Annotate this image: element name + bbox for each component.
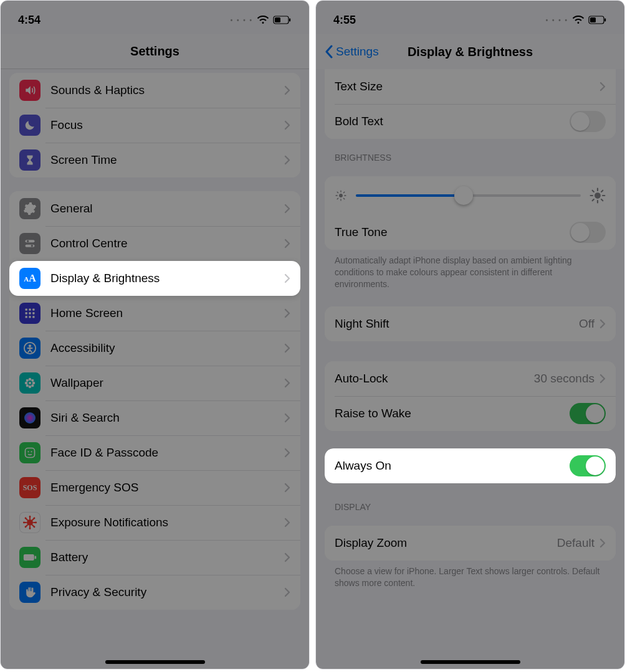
chevron-right-icon	[284, 378, 290, 388]
group-text: Text Size Bold Text	[325, 69, 616, 139]
chevron-right-icon	[284, 518, 290, 528]
battery-icon	[273, 16, 292, 24]
status-time: 4:54	[18, 14, 41, 27]
row-auto-lock[interactable]: Auto-Lock 30 seconds	[325, 361, 616, 396]
svg-line-59	[343, 198, 345, 199]
row-display-zoom[interactable]: Display Zoom Default	[325, 526, 616, 561]
svg-rect-2	[289, 19, 290, 22]
chevron-right-icon	[284, 483, 290, 493]
row-privacy-security[interactable]: Privacy & Security	[9, 575, 300, 610]
svg-point-21	[25, 382, 28, 385]
row-label: Control Centre	[50, 237, 284, 250]
svg-point-20	[29, 386, 32, 389]
row-accessibility[interactable]: Accessibility	[9, 331, 300, 366]
svg-line-58	[337, 192, 338, 193]
svg-point-6	[31, 245, 33, 247]
home-screen-icon	[19, 303, 41, 324]
home-indicator[interactable]	[421, 660, 520, 664]
display-settings-list[interactable]: Text Size Bold Text BRIGHTNESS	[316, 69, 624, 613]
svg-point-22	[32, 382, 36, 385]
sun-small-icon	[335, 189, 347, 202]
row-label: Focus	[50, 118, 284, 132]
svg-rect-1	[275, 17, 280, 22]
sounds-haptics-icon	[19, 80, 41, 101]
row-emergency-sos[interactable]: SOSEmergency SOS	[9, 470, 300, 505]
row-face-id-passcode[interactable]: Face ID & Passcode	[9, 435, 300, 470]
row-exposure-notifications[interactable]: Exposure Notifications	[9, 505, 300, 540]
row-label: Sounds & Haptics	[50, 83, 284, 97]
chevron-right-icon	[284, 120, 290, 130]
row-wallpaper[interactable]: Wallpaper	[9, 366, 300, 400]
page-title: Display & Brightness	[408, 45, 533, 59]
row-label: Emergency SOS	[50, 481, 284, 495]
privacy-security-icon	[19, 582, 41, 603]
row-always-on[interactable]: Always On	[325, 448, 616, 483]
row-raise-to-wake[interactable]: Raise to Wake	[325, 396, 616, 431]
row-display-brightness[interactable]: AADisplay & Brightness	[9, 261, 300, 296]
row-label: True Tone	[335, 225, 570, 239]
svg-point-30	[31, 451, 32, 452]
screenshot-display-brightness: 4:55 • • • • Settings Display & Brightne…	[315, 0, 625, 670]
svg-point-44	[25, 518, 27, 519]
svg-rect-8	[29, 309, 31, 311]
svg-point-62	[594, 192, 601, 199]
svg-rect-13	[26, 316, 27, 318]
svg-rect-12	[32, 312, 34, 314]
row-home-screen[interactable]: Home Screen	[9, 296, 300, 331]
row-true-tone[interactable]: True Tone	[325, 215, 616, 250]
svg-point-47	[34, 518, 36, 519]
svg-point-43	[35, 522, 37, 524]
true-tone-toggle[interactable]	[570, 222, 606, 243]
svg-rect-14	[29, 316, 31, 318]
svg-line-67	[593, 191, 594, 192]
face-id-passcode-icon	[19, 442, 41, 463]
row-label: General	[50, 202, 284, 215]
home-indicator[interactable]	[105, 660, 205, 664]
svg-rect-51	[590, 17, 596, 22]
back-label: Settings	[336, 45, 379, 59]
chevron-right-icon	[284, 343, 290, 353]
group-header-brightness: BRIGHTNESS	[335, 153, 606, 163]
svg-rect-28	[26, 448, 35, 458]
row-control-centre[interactable]: Control Centre	[9, 226, 300, 261]
svg-point-45	[34, 526, 36, 528]
row-value: Default	[557, 536, 594, 550]
svg-point-29	[27, 451, 29, 452]
row-bold-text[interactable]: Bold Text	[325, 104, 616, 139]
settings-list[interactable]: Sounds & HapticsFocusScreen Time General…	[1, 73, 309, 640]
row-label: Accessibility	[50, 341, 284, 355]
svg-rect-11	[29, 312, 31, 314]
row-sounds-haptics[interactable]: Sounds & Haptics	[9, 73, 300, 108]
back-button[interactable]: Settings	[325, 45, 379, 59]
svg-rect-52	[604, 19, 606, 22]
row-label: Wallpaper	[50, 376, 284, 390]
bold-text-toggle[interactable]	[570, 111, 606, 132]
slider-thumb[interactable]	[454, 186, 473, 205]
row-screen-time[interactable]: Screen Time	[9, 143, 300, 177]
battery-icon	[588, 16, 607, 24]
svg-rect-48	[24, 554, 34, 561]
chevron-right-icon	[284, 448, 290, 458]
row-label: Display Zoom	[335, 536, 557, 550]
raise-to-wake-toggle[interactable]	[570, 403, 606, 424]
svg-point-40	[29, 516, 31, 518]
row-focus[interactable]: Focus	[9, 108, 300, 143]
svg-point-23	[26, 379, 29, 382]
svg-point-42	[23, 522, 25, 524]
svg-point-53	[339, 194, 343, 197]
brightness-slider[interactable]	[356, 194, 581, 197]
group-always-on: Always On	[325, 448, 616, 483]
always-on-toggle[interactable]	[570, 455, 606, 476]
svg-line-60	[337, 198, 338, 199]
row-label: Exposure Notifications	[50, 516, 284, 529]
row-night-shift[interactable]: Night Shift Off	[325, 306, 616, 341]
row-general[interactable]: General	[9, 191, 300, 226]
row-text-size[interactable]: Text Size	[325, 69, 616, 104]
svg-rect-10	[26, 312, 27, 314]
status-time: 4:55	[333, 14, 356, 27]
row-siri-search[interactable]: Siri & Search	[9, 400, 300, 435]
group-brightness: True Tone	[325, 176, 616, 250]
row-battery[interactable]: Battery	[9, 540, 300, 575]
svg-point-25	[26, 384, 29, 387]
row-value: Off	[579, 317, 594, 331]
